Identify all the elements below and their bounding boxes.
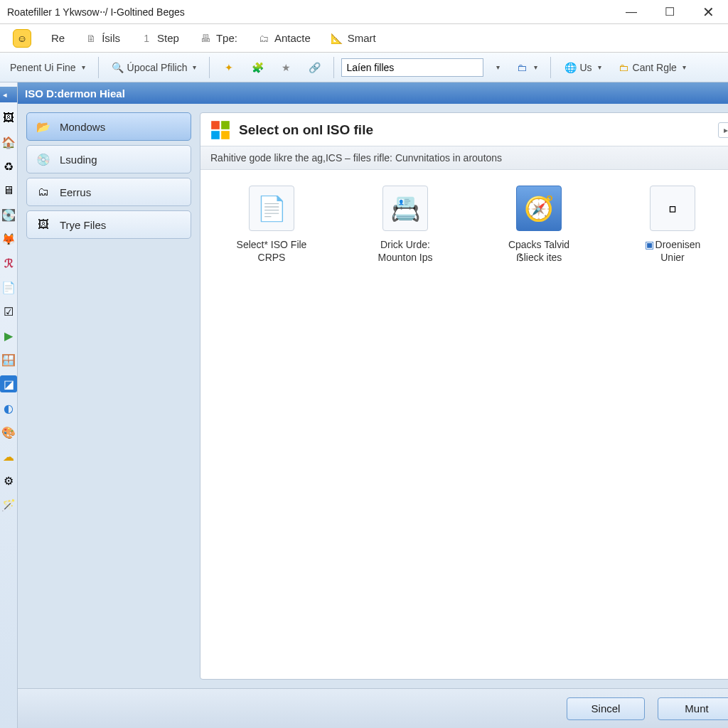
separator [333,57,334,78]
folder-star-icon: 🗀 [617,61,630,74]
disc-icon: 💿 [36,151,51,167]
sidebar-item-label: Eerrus [60,186,91,198]
calculator-icon: 📇 [382,186,428,231]
panel-expand-button[interactable]: ▸ [718,122,728,138]
dock-play-icon[interactable]: ▶ [0,327,17,344]
mount-button[interactable]: Munt [658,697,728,720]
minimize-button[interactable]: — [621,4,641,20]
panel-subtitle: Rahitive gode likre the ag,ICS – files r… [200,146,728,170]
toolbar: Penent Ui Fine 🔍Úpocal Pfilich ✦ 🧩 ★ 🔗 🗀… [0,53,728,82]
app-icon: ☺ [13,29,31,48]
separator [209,57,210,78]
menu-step[interactable]: 1Step [140,32,179,45]
dock-note-icon[interactable]: 📄 [0,279,17,296]
svg-rect-0 [211,121,220,129]
tile-drick-urde[interactable]: 📇 Drick Urde:Mounton Ips [355,186,455,264]
dock-check-icon[interactable]: ☑ [0,303,17,320]
tool-star[interactable]: ✦ [217,59,241,76]
document-icon: 📄 [249,186,294,231]
sidebar-item-label: Lsuding [60,154,97,166]
menu-isils[interactable]: 🗎Ísils [85,32,120,45]
svg-rect-2 [211,131,220,139]
tile-grid: 📄 Select* ISO FileCRPS 📇 Drick Urde:Moun… [200,170,728,279]
dock: ◂ 🖼 🏠 ♻ 🖥 💽 🦊 ℛ 📄 ☑ ▶ 🪟 ◪ ◐ 🎨 ☁ ⚙ 🪄 [0,82,18,728]
separator [550,57,551,78]
grid-icon: 🗂 [36,184,51,200]
tool-person[interactable]: ★ [274,59,298,76]
us-dropdown[interactable]: 🌐Us [558,59,606,76]
tool-puzzle[interactable]: 🧩 [245,59,269,76]
dock-image-icon[interactable]: 🖼 [0,109,17,127]
star-icon: ✦ [223,61,235,74]
sidebar-item-label: Mondows [60,121,105,133]
card-icon: 🗂 [257,32,270,45]
person-icon: ★ [279,61,292,74]
close-button[interactable]: ✕ [698,4,718,20]
dock-wand-icon[interactable]: 🪄 [0,496,17,513]
search-input[interactable] [341,58,483,77]
sidebar-item-eerrus[interactable]: 🗂 Eerrus [26,178,191,206]
sidebar-item-trye-files[interactable]: 🖼 Trye Files [26,210,191,239]
tile-cpacks[interactable]: 🧭 Cpacks Talvidẞlieck ites [489,186,589,264]
sidebar-item-lsuding[interactable]: 💿 Lsuding [26,145,191,173]
dock-x-icon[interactable]: ℛ [0,255,17,272]
smart-icon: 📐 [331,32,343,45]
dock-win-icon[interactable]: 🪟 [0,351,17,368]
folder-icon: 🗀 [515,61,528,74]
maximize-button[interactable]: ☐ [660,4,680,20]
document-icon: 🗎 [85,32,97,45]
search-dropdown[interactable] [488,61,505,73]
tile-prefix-icon: ▣ [645,239,654,250]
step-icon: 1 [140,32,153,45]
cancel-button[interactable]: Sincel [567,697,645,720]
penent-dropdown[interactable]: Penent Ui Fine [4,60,91,75]
dock-handle[interactable]: ◂ [0,87,17,102]
folder-icon: 📂 [36,119,51,134]
windows-flag-icon [210,120,230,140]
dock-refresh-icon[interactable]: ♻ [0,158,17,175]
sidebar: 📂 Mondows 💿 Lsuding 🗂 Eerrus 🖼 Trye File… [26,112,191,680]
dock-drive-icon[interactable]: 💽 [0,206,17,223]
folder-dropdown[interactable]: 🗀 [510,59,543,76]
cant-dropdown[interactable]: 🗀Cant Rgle [611,59,692,76]
dock-home-icon[interactable]: 🏠 [0,134,17,151]
panel-title: Select on onl ISO file [239,122,373,138]
magnifier-icon: 🔍 [112,61,124,74]
tile-select-iso[interactable]: 📄 Select* ISO FileCRPS [222,186,321,264]
sidebar-item-mondows[interactable]: 📂 Mondows [26,112,191,141]
dock-gear-icon[interactable]: ⚙ [0,472,17,489]
puzzle-icon: 🧩 [251,61,264,74]
dock-cloud-icon[interactable]: ☁ [0,448,17,465]
tile-label: ▣DroenisenUnier [645,238,701,264]
upocal-dropdown[interactable]: 🔍Úpocal Pfilich [106,59,203,76]
section-header: ISO D:dermon Hieal ✕ [18,82,728,104]
globe-icon: 🌐 [564,61,577,74]
menu-re[interactable]: Re [51,32,65,44]
window-controls: — ☐ ✕ [621,4,724,20]
tile-droenisen[interactable]: ▫ ▣DroenisenUnier [623,186,722,264]
tool-link[interactable]: 🔗 [302,59,326,76]
dock-color-icon[interactable]: 🎨 [0,424,17,441]
menu-smart[interactable]: 📐Smart [331,32,376,45]
compass-icon: 🧭 [516,186,562,231]
tile-label: Drick Urde:Mounton Ips [378,238,432,264]
dock-media-icon[interactable]: ◐ [0,400,17,417]
dock-app-icon[interactable]: ◪ [0,375,17,392]
tile-label: Cpacks Talvidẞlieck ites [508,238,569,264]
dock-monitor-icon[interactable]: 🖥 [0,182,17,199]
picture-icon: 🖼 [36,217,51,232]
link-icon: 🔗 [308,61,321,74]
main-panel: Select on onl ISO file ▸ Rahitive gode l… [200,112,728,680]
titlebar: Roatefiller 1 Ykwsow⋅⋅/ I-Goltined Beges… [0,0,728,24]
svg-rect-1 [221,121,230,129]
menu-tpe[interactable]: 🖶Tpe: [199,32,237,45]
printer-icon: 🖶 [199,32,212,45]
menu-antacte[interactable]: 🗂Antacte [257,32,311,45]
separator [98,57,99,78]
svg-rect-3 [221,131,230,139]
tile-label: Select* ISO FileCRPS [237,238,307,264]
window-title: Roatefiller 1 Ykwsow⋅⋅/ I-Goltined Beges [7,6,621,18]
blank-page-icon: ▫ [650,186,695,231]
footer: Sincel Munt [18,688,728,728]
dock-firefox-icon[interactable]: 🦊 [0,230,17,247]
